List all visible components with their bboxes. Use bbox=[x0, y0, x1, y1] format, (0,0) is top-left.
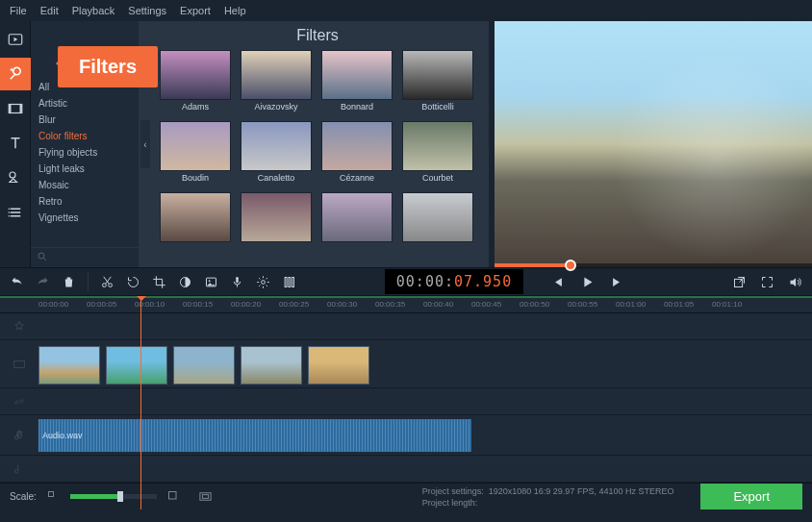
rotate-icon[interactable] bbox=[126, 275, 140, 289]
category-search[interactable] bbox=[31, 247, 139, 267]
svg-point-8 bbox=[38, 253, 44, 259]
filter-thumb[interactable]: Boudin bbox=[160, 121, 231, 188]
tracks: Audio.wav bbox=[0, 313, 812, 483]
filter-thumb[interactable]: Adams bbox=[160, 50, 231, 117]
filter-thumb[interactable] bbox=[321, 192, 393, 260]
extra-track[interactable] bbox=[0, 456, 812, 483]
svg-point-5 bbox=[8, 209, 10, 211]
prev-icon[interactable] bbox=[550, 275, 565, 289]
ruler-tick: 00:01:10 bbox=[712, 298, 760, 312]
filter-thumb[interactable]: Aivazovsky bbox=[241, 50, 312, 117]
mic-icon[interactable] bbox=[230, 275, 244, 289]
footer: Scale: Project settings: 1920x1080 16:9 … bbox=[0, 483, 812, 510]
filter-swatch bbox=[402, 121, 473, 171]
sidebar-transitions[interactable] bbox=[0, 92, 31, 125]
properties-icon[interactable] bbox=[282, 275, 296, 289]
preview-pane bbox=[495, 21, 812, 267]
cat-blur[interactable]: Blur bbox=[31, 112, 139, 128]
svg-rect-22 bbox=[168, 492, 176, 500]
filter-thumb[interactable]: Bonnard bbox=[321, 50, 393, 117]
filter-label: Adams bbox=[182, 102, 209, 112]
cat-light-leaks[interactable]: Light leaks bbox=[31, 161, 139, 177]
menu-help[interactable]: Help bbox=[224, 5, 246, 16]
ruler-tick: 00:00:35 bbox=[375, 298, 423, 312]
cat-mosaic[interactable]: Mosaic bbox=[31, 177, 139, 193]
menu-file[interactable]: File bbox=[10, 5, 27, 16]
cat-flying-objects[interactable]: Flying objects bbox=[31, 144, 139, 161]
undo-icon[interactable] bbox=[10, 275, 24, 289]
next-icon[interactable] bbox=[610, 275, 624, 289]
cat-artistic[interactable]: Artistic bbox=[31, 95, 139, 112]
svg-rect-14 bbox=[236, 276, 239, 282]
filter-thumb[interactable] bbox=[241, 192, 312, 260]
trash-icon[interactable] bbox=[62, 275, 76, 289]
timeline-ruler[interactable]: 00:00:0000:00:0500:00:1000:00:1500:00:20… bbox=[0, 298, 812, 313]
cat-retro[interactable]: Retro bbox=[31, 193, 139, 210]
clip-3[interactable] bbox=[173, 346, 235, 385]
export-button[interactable]: Export bbox=[700, 484, 802, 510]
zoom-in-icon[interactable] bbox=[166, 489, 181, 504]
ruler-tick: 00:00:20 bbox=[231, 298, 279, 312]
sidebar-titles[interactable] bbox=[0, 127, 31, 160]
fx-track[interactable] bbox=[0, 313, 812, 340]
menu-playback[interactable]: Playback bbox=[72, 5, 115, 16]
fx-track-icon bbox=[6, 320, 33, 334]
svg-rect-18 bbox=[292, 277, 294, 286]
playhead[interactable] bbox=[140, 298, 141, 510]
filter-thumb[interactable]: Cézanne bbox=[321, 121, 393, 188]
link-track[interactable] bbox=[0, 388, 812, 415]
link-track-icon bbox=[6, 395, 33, 409]
redo-icon[interactable] bbox=[36, 275, 50, 289]
ruler-tick: 00:00:50 bbox=[520, 298, 568, 312]
ruler-tick: 00:00:40 bbox=[423, 298, 471, 312]
cut-icon[interactable] bbox=[100, 275, 114, 289]
sidebar-media[interactable] bbox=[0, 23, 31, 56]
zoom-out-icon[interactable] bbox=[46, 489, 61, 504]
gear-icon[interactable] bbox=[256, 275, 270, 289]
clip-1[interactable] bbox=[38, 346, 100, 385]
audio-track[interactable]: Audio.wav bbox=[0, 415, 812, 456]
crop-icon[interactable] bbox=[152, 275, 166, 289]
panel-title: Filters bbox=[160, 27, 475, 44]
svg-rect-24 bbox=[202, 495, 208, 499]
sidebar-filters[interactable] bbox=[0, 58, 31, 90]
ruler-tick: 00:01:05 bbox=[664, 298, 712, 312]
collapse-panel[interactable]: ‹ bbox=[140, 120, 150, 168]
video-track[interactable] bbox=[0, 340, 812, 388]
color-adjust-icon[interactable] bbox=[178, 275, 192, 289]
filter-thumb[interactable]: Botticelli bbox=[402, 50, 473, 117]
cat-color-filters[interactable]: Color filters bbox=[31, 128, 139, 144]
fit-icon[interactable] bbox=[198, 489, 213, 504]
filter-label: Aivazovsky bbox=[254, 102, 297, 112]
video-track-icon bbox=[6, 358, 33, 371]
clip-2[interactable] bbox=[106, 346, 167, 385]
menu-edit[interactable]: Edit bbox=[40, 5, 59, 16]
ruler-tick: 00:00:45 bbox=[471, 298, 520, 312]
svg-rect-20 bbox=[14, 360, 25, 367]
scale-slider[interactable] bbox=[70, 494, 157, 499]
menu-settings[interactable]: Settings bbox=[128, 5, 166, 16]
volume-icon[interactable] bbox=[788, 275, 802, 289]
cat-vignettes[interactable]: Vignettes bbox=[31, 210, 139, 226]
preview-progress[interactable] bbox=[495, 263, 812, 267]
clip-4[interactable] bbox=[241, 346, 302, 385]
extra-track-icon bbox=[6, 462, 33, 476]
timeline-toolbar: 00:00:07.950 bbox=[0, 267, 812, 296]
svg-rect-3 bbox=[19, 105, 21, 113]
filter-thumb[interactable] bbox=[402, 192, 473, 260]
filter-thumb[interactable] bbox=[160, 192, 231, 260]
sidebar-more[interactable] bbox=[0, 196, 31, 229]
filter-swatch bbox=[321, 121, 393, 171]
popout-icon[interactable] bbox=[732, 275, 747, 289]
filter-swatch bbox=[241, 50, 312, 100]
filter-thumb[interactable]: Canaletto bbox=[241, 121, 312, 188]
play-icon[interactable] bbox=[580, 275, 595, 289]
filters-panel: ‹ Filters AdamsAivazovskyBonnardBotticel… bbox=[139, 21, 489, 267]
menu-export[interactable]: Export bbox=[180, 5, 211, 16]
filter-thumb[interactable]: Courbet bbox=[402, 121, 473, 188]
clip-5[interactable] bbox=[308, 346, 369, 385]
sidebar-stickers[interactable] bbox=[0, 162, 31, 194]
picture-icon[interactable] bbox=[204, 275, 218, 289]
fullscreen-icon[interactable] bbox=[760, 275, 774, 289]
audio-clip[interactable]: Audio.wav bbox=[38, 419, 471, 452]
